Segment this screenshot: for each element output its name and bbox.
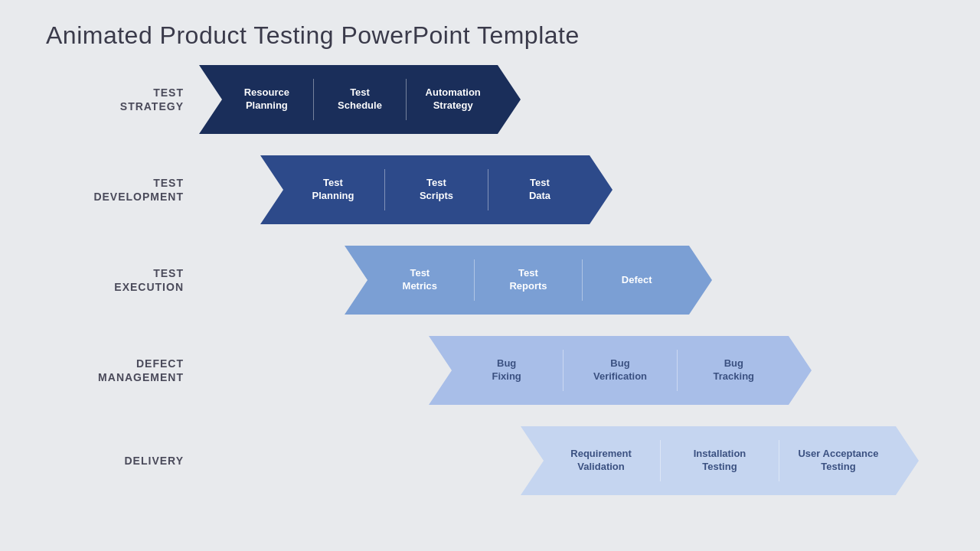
arrow-band-row-1: Resource PlanningTest ScheduleAutomation… [199, 65, 521, 134]
cell-row-3-2: Defect [583, 246, 712, 315]
row-row-2: TEST DEVELOPMENTTest PlanningTest Script… [46, 155, 949, 224]
cell-row-3-0: Test Metrics [345, 246, 474, 315]
row-row-3: TEST EXECUTIONTest MetricsTest ReportsDe… [46, 246, 949, 315]
arrow-band-row-2: Test PlanningTest ScriptsTest Data [260, 155, 612, 224]
cell-row-1-2: Automation Strategy [407, 65, 521, 134]
arrow-inner-row-3: Test MetricsTest ReportsDefect [345, 246, 712, 315]
arrow-band-row-5: Requirement ValidationInstallation Testi… [521, 426, 919, 495]
row-row-1: TEST STRATEGYResource PlanningTest Sched… [46, 65, 949, 134]
cell-row-5-2: User Acceptance Testing [779, 426, 919, 495]
cell-row-2-0: Test Planning [260, 155, 384, 224]
cell-row-5-0: Requirement Validation [521, 426, 660, 495]
cell-row-5-1: Installation Testing [661, 426, 779, 495]
arrow-inner-row-2: Test PlanningTest ScriptsTest Data [260, 155, 612, 224]
label-row-2: TEST DEVELOPMENT [46, 176, 199, 204]
arrow-inner-row-5: Requirement ValidationInstallation Testi… [521, 426, 919, 495]
cell-row-4-1: Bug Verification [564, 336, 676, 405]
diagram-container: TEST STRATEGYResource PlanningTest Sched… [46, 65, 949, 509]
cell-row-4-2: Bug Tracking [678, 336, 812, 405]
label-row-3: TEST EXECUTION [46, 266, 199, 294]
row-row-4: DEFECT MANAGEMENTBug FixingBug Verificat… [46, 336, 949, 405]
arrow-inner-row-4: Bug FixingBug VerificationBug Tracking [429, 336, 812, 405]
cell-row-3-1: Test Reports [475, 246, 583, 315]
page-title: Animated Product Testing PowerPoint Temp… [46, 21, 580, 50]
label-row-1: TEST STRATEGY [46, 86, 199, 113]
shadow-row-4 [46, 419, 949, 426]
shadow-row-2 [46, 238, 949, 246]
label-row-4: DEFECT MANAGEMENT [46, 357, 199, 384]
shadow-row-3 [46, 328, 949, 336]
arrow-band-row-3: Test MetricsTest ReportsDefect [345, 246, 712, 315]
row-row-5: DELIVERYRequirement ValidationInstallati… [46, 426, 949, 495]
cell-row-1-1: Test Schedule [314, 65, 407, 134]
arrow-band-row-4: Bug FixingBug VerificationBug Tracking [429, 336, 812, 405]
shadow-row-1 [46, 148, 949, 155]
arrow-inner-row-1: Resource PlanningTest ScheduleAutomation… [199, 65, 521, 134]
cell-row-4-0: Bug Fixing [429, 336, 563, 405]
label-row-5: DELIVERY [46, 454, 199, 468]
cell-row-1-0: Resource Planning [199, 65, 313, 134]
cell-row-2-1: Test Scripts [385, 155, 488, 224]
cell-row-2-2: Test Data [488, 155, 612, 224]
